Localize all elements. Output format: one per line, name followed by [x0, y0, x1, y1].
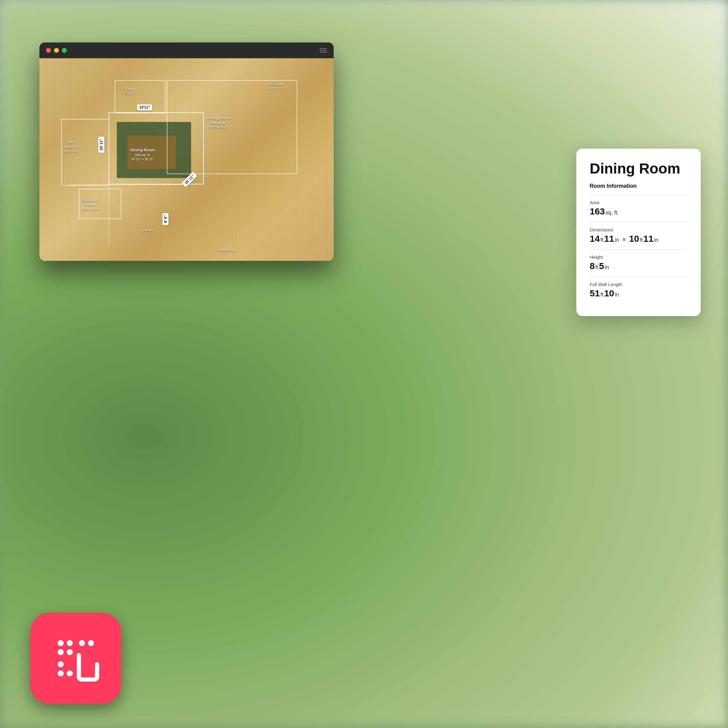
mac-window: Entry55 sq. ft. Dining Room 163 sq. ft. …: [40, 43, 334, 261]
dim-ft2: 10: [629, 234, 639, 244]
full-wall-label: Full Wall Length: [590, 282, 687, 287]
living-room-box: [167, 80, 297, 174]
app-icon[interactable]: [30, 613, 121, 704]
dim-unit-ft2: ft: [640, 237, 643, 243]
dim-badge-small-bottom: 8' 5": [162, 213, 169, 225]
area-row: Area 163 sq. ft.: [590, 200, 687, 217]
dim-in2: 11: [643, 234, 653, 244]
svg-point-5: [88, 640, 94, 646]
svg-point-0: [58, 640, 64, 646]
svg-point-1: [67, 640, 73, 646]
app-icon-symbol: [52, 634, 100, 682]
divider-4: [590, 277, 687, 277]
bathroom-label: Bathroom 59 sq. ft. 11'3" × 5' 11": [82, 198, 99, 212]
close-button[interactable]: [46, 48, 51, 53]
dimensions-label: Dimensions: [590, 227, 687, 232]
section-title: Room Information: [590, 183, 687, 189]
dimensions-row: Dimensions 14 ft 11 in × 10 ft 11 in: [590, 227, 687, 244]
dimensions-value: 14 ft 11 in × 10 ft 11 in: [590, 234, 687, 244]
minimize-button[interactable]: [54, 48, 59, 53]
height-unit-in: in: [604, 264, 609, 271]
room-name: Dining Room: [590, 161, 687, 177]
kitchen-label: Kitchen &: [219, 248, 234, 252]
svg-point-4: [79, 640, 85, 646]
height-value: 8 ft 5 in: [590, 261, 687, 271]
area-value: 163 sq. ft.: [590, 206, 687, 217]
divider-3: [590, 249, 687, 250]
dim-badge-width-top: 14'11": [137, 104, 152, 110]
svg-point-6: [58, 661, 64, 667]
titlebar: [40, 43, 334, 58]
living-room-label: Living Room 388 sq. ft. 20'0" × 19'8": [206, 116, 230, 130]
window-controls: [46, 48, 67, 53]
maximize-button[interactable]: [62, 48, 67, 53]
closet-label: Closet: [142, 228, 153, 232]
wall-unit-in: in: [615, 292, 619, 298]
times-symbol: ×: [622, 236, 626, 243]
den-label: Den 244 sq. ft. 10' × 15' 6": [64, 140, 78, 154]
area-label: Area: [590, 200, 687, 205]
dim-badge-height-left: 10' 11": [98, 137, 104, 153]
dim-unit-in1: in: [615, 237, 619, 243]
height-label: Height: [590, 254, 687, 260]
svg-point-2: [58, 649, 64, 655]
full-wall-value: 51 ft 10 in: [590, 288, 687, 298]
svg-point-8: [67, 670, 73, 676]
info-card: Dining Room Room Information Area 163 sq…: [577, 148, 701, 316]
menu-icon[interactable]: [320, 48, 327, 52]
wall-in: 10: [604, 288, 614, 298]
area-number: 163: [590, 206, 605, 217]
partial-label-topright: 25' sq. ft.18' 8" × 1: [270, 83, 283, 90]
height-ft: 8: [590, 261, 595, 271]
dim-unit-in2: in: [654, 237, 658, 243]
area-unit: sq. ft.: [606, 210, 619, 216]
entry-label: Entry55 sq. ft.: [124, 87, 136, 96]
floor-plan-view: Entry55 sq. ft. Dining Room 163 sq. ft. …: [40, 58, 334, 261]
wall-ft: 51: [590, 288, 600, 298]
height-in: 5: [599, 261, 604, 271]
full-wall-row: Full Wall Length 51 ft 10 in: [590, 282, 687, 298]
wall-unit-ft: ft: [600, 292, 603, 298]
dim-ft1: 14: [590, 234, 600, 244]
divider-1: [590, 195, 687, 195]
dining-label: Dining Room 163 sq. ft. 14' 11" × 10' 11…: [130, 148, 155, 161]
divider-2: [590, 222, 687, 222]
svg-point-7: [58, 670, 64, 676]
dim-in1: 11: [604, 234, 614, 244]
height-unit-ft: ft: [595, 264, 598, 271]
dim-unit-ft1: ft: [600, 237, 603, 243]
height-row: Height 8 ft 5 in: [590, 254, 687, 271]
svg-point-3: [67, 649, 73, 655]
